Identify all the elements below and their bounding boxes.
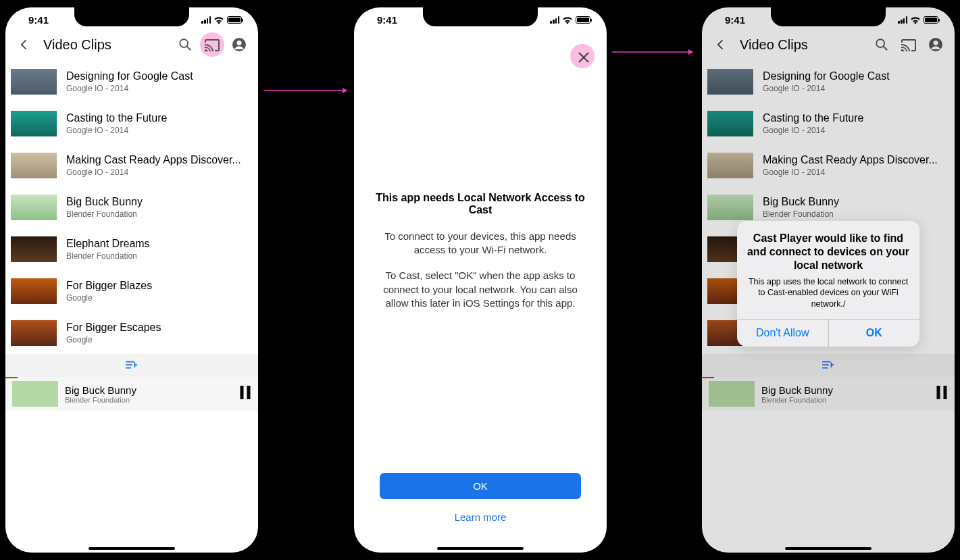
item-sub: Blender Foundation	[66, 209, 253, 219]
thumbnail	[11, 236, 57, 262]
item-sub: Google	[66, 335, 253, 345]
close-icon	[578, 51, 590, 63]
thumbnail	[11, 320, 57, 346]
signal-icon	[201, 16, 211, 24]
thumbnail	[11, 153, 57, 178]
account-button[interactable]	[228, 34, 250, 55]
pause-button[interactable]	[239, 386, 251, 402]
alert-title: Cast Player would like to find and conne…	[747, 232, 910, 272]
phone-2: 9:41 This app needs Local Network Access…	[349, 2, 612, 558]
phone-1: 9:41 Video Clips	[0, 2, 263, 558]
home-indicator[interactable]	[437, 547, 524, 550]
home-indicator[interactable]	[785, 547, 871, 550]
list-item[interactable]: For Bigger BlazesGoogle	[5, 270, 258, 312]
list-item[interactable]: Big Buck BunnyBlender Foundation	[5, 186, 258, 228]
np-thumbnail	[12, 381, 58, 407]
allow-ok-button[interactable]: OK	[829, 320, 920, 347]
list-item[interactable]: For Bigger EscapesGoogle	[5, 312, 258, 354]
lna-educational-sheet: This app needs Local Network Access to C…	[354, 7, 607, 553]
svg-point-4	[237, 41, 242, 45]
thumbnail	[11, 111, 57, 136]
modal-paragraph-1: To connect to your devices, this app nee…	[374, 230, 586, 257]
back-button[interactable]	[14, 34, 35, 55]
page-title: Video Clips	[43, 37, 169, 53]
phone-3: 9:41 Video Clips Designing for Google Ca…	[697, 2, 960, 558]
item-title: For Bigger Blazes	[66, 280, 253, 292]
thumbnail	[11, 278, 57, 304]
video-list: Designing for Google CastGoogle IO - 201…	[5, 61, 258, 354]
item-title: Making Cast Ready Apps Discover...	[66, 154, 253, 166]
search-icon	[178, 37, 193, 52]
item-title: Casting to the Future	[66, 112, 253, 124]
svg-line-2	[187, 47, 191, 51]
item-title: Big Buck Bunny	[66, 196, 253, 208]
list-item[interactable]: Elephant DreamsBlender Foundation	[5, 228, 258, 270]
device-notch	[771, 7, 886, 26]
app-bar: Video Clips	[5, 28, 258, 61]
svg-rect-5	[241, 386, 244, 399]
np-sub: Blender Foundation	[65, 396, 232, 404]
local-network-permission-alert: Cast Player would like to find and conne…	[737, 221, 919, 347]
thumbnail	[11, 69, 57, 95]
flow-arrow-2	[599, 49, 699, 55]
list-item[interactable]: Making Cast Ready Apps Discover...Google…	[5, 145, 258, 186]
pause-icon	[239, 386, 251, 399]
svg-point-1	[180, 39, 188, 47]
learn-more-link[interactable]: Learn more	[368, 505, 593, 530]
svg-rect-6	[247, 386, 251, 399]
np-title: Big Buck Bunny	[65, 384, 232, 396]
modal-paragraph-2: To Cast, select "OK" when the app asks t…	[374, 269, 586, 310]
device-notch	[74, 7, 189, 26]
home-indicator[interactable]	[89, 547, 175, 550]
battery-icon	[227, 16, 242, 24]
item-title: Elephant Dreams	[66, 238, 253, 250]
alert-desc: This app uses the local network to conne…	[747, 276, 910, 309]
playlist-add-icon	[124, 360, 139, 371]
thumbnail	[11, 195, 57, 220]
search-button[interactable]	[174, 34, 196, 55]
device-notch	[423, 7, 538, 26]
item-title: For Bigger Escapes	[66, 322, 253, 334]
list-item[interactable]: Designing for Google CastGoogle IO - 201…	[5, 61, 258, 103]
status-time: 9:41	[28, 14, 49, 26]
item-sub: Google IO - 2014	[66, 84, 253, 93]
list-item[interactable]: Casting to the FutureGoogle IO - 2014	[5, 103, 258, 145]
item-title: Designing for Google Cast	[66, 70, 253, 82]
dont-allow-button[interactable]: Don't Allow	[737, 320, 829, 347]
item-sub: Google	[66, 293, 253, 303]
item-sub: Google IO - 2014	[66, 126, 253, 135]
cast-icon	[204, 37, 220, 52]
ok-button[interactable]: OK	[380, 473, 581, 499]
item-sub: Blender Foundation	[66, 251, 253, 261]
cast-button[interactable]	[201, 34, 223, 55]
wifi-icon	[213, 16, 224, 24]
item-sub: Google IO - 2014	[66, 168, 253, 177]
account-icon	[231, 36, 247, 53]
queue-bar[interactable]	[5, 354, 258, 377]
now-playing-bar[interactable]: Big Buck Bunny Blender Foundation	[5, 377, 258, 411]
modal-heading: This app needs Local Network Access to C…	[374, 192, 586, 216]
